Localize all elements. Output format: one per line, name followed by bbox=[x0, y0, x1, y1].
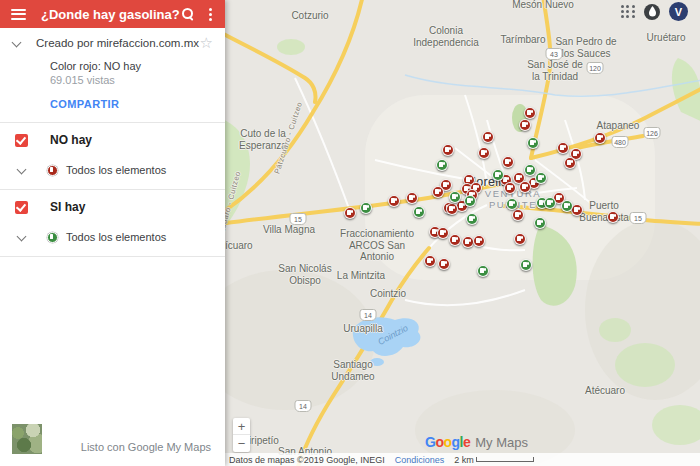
gas-station-marker-si-hay[interactable] bbox=[506, 198, 518, 210]
gas-station-marker-no-hay[interactable] bbox=[519, 181, 531, 193]
gas-station-marker-no-hay[interactable] bbox=[446, 203, 458, 215]
layer-no-hay: NO hay Todos los elementos bbox=[0, 123, 225, 190]
gas-station-marker-si-hay[interactable] bbox=[524, 164, 536, 176]
collapse-layer-icon[interactable] bbox=[15, 163, 29, 177]
panel-footer: Listo con Google My Maps bbox=[0, 414, 225, 466]
gas-station-marker-no-hay[interactable] bbox=[594, 132, 606, 144]
route-shield: 120 bbox=[587, 62, 604, 74]
search-icon[interactable] bbox=[181, 7, 195, 21]
layer-si-hay-checkbox[interactable] bbox=[15, 201, 28, 214]
gas-station-marker-si-hay[interactable] bbox=[534, 217, 546, 229]
layer-no-hay-checkbox[interactable] bbox=[15, 134, 28, 147]
gas-station-marker-no-hay[interactable] bbox=[607, 211, 619, 223]
gas-station-marker-no-hay[interactable] bbox=[478, 147, 490, 159]
gas-station-marker-no-hay[interactable] bbox=[424, 255, 436, 267]
gas-station-marker-si-hay[interactable] bbox=[492, 169, 504, 181]
gas-station-marker-si-hay[interactable] bbox=[477, 265, 489, 277]
side-panel: ¿Donde hay gasolina? Creado por mirefacc… bbox=[0, 0, 225, 466]
color-note: Color rojo: NO hay bbox=[50, 60, 215, 72]
gas-station-marker-si-hay[interactable] bbox=[360, 202, 372, 214]
layer-label: NO hay bbox=[50, 133, 92, 147]
route-shield: 14 bbox=[295, 400, 312, 412]
gas-station-marker-no-hay[interactable] bbox=[504, 182, 516, 194]
drop-icon[interactable] bbox=[644, 4, 660, 20]
gas-station-marker-si-hay[interactable] bbox=[466, 213, 478, 225]
gas-station-marker-si-hay[interactable] bbox=[544, 197, 556, 209]
layer-label: SI hay bbox=[50, 200, 85, 214]
menu-icon[interactable] bbox=[11, 9, 26, 20]
gas-station-marker-si-hay[interactable] bbox=[561, 200, 573, 212]
map-canvas[interactable]: + − Google My Maps Datos de mapas ©2019 … bbox=[225, 0, 700, 466]
scale-bar bbox=[476, 457, 534, 462]
share-button[interactable]: COMPARTIR bbox=[50, 98, 215, 110]
route-shield: 480 bbox=[612, 136, 629, 148]
gas-station-marker-si-hay[interactable] bbox=[464, 195, 476, 207]
made-with-label: Listo con Google My Maps bbox=[81, 441, 211, 453]
scale-label: 2 km bbox=[454, 455, 474, 465]
collapse-info-icon[interactable] bbox=[10, 36, 24, 50]
creator-label: Creado por mirefaccion.com.mx bbox=[36, 37, 200, 49]
map-attribution-bar: Datos de mapas ©2019 Google, INEGI Condi… bbox=[225, 453, 700, 466]
green-marker-legend-icon bbox=[47, 232, 58, 243]
more-options-icon[interactable] bbox=[209, 8, 213, 21]
gas-station-marker-no-hay[interactable] bbox=[344, 207, 356, 219]
layer-si-hay: SI hay Todos los elementos bbox=[0, 190, 225, 257]
map-data-credit: Datos de mapas ©2019 Google, INEGI bbox=[229, 455, 385, 465]
route-shield: 15 bbox=[630, 212, 647, 224]
terms-link[interactable]: Condiciones bbox=[395, 455, 445, 465]
gas-station-marker-si-hay[interactable] bbox=[527, 137, 539, 149]
views-count: 69.015 vistas bbox=[50, 74, 215, 86]
gas-station-marker-si-hay[interactable] bbox=[535, 172, 547, 184]
route-shield: 15 bbox=[290, 213, 307, 225]
gas-station-marker-no-hay[interactable] bbox=[564, 157, 576, 169]
gas-station-marker-no-hay[interactable] bbox=[514, 233, 526, 245]
gas-station-marker-no-hay[interactable] bbox=[512, 209, 524, 221]
gas-station-marker-si-hay[interactable] bbox=[449, 191, 461, 203]
zoom-in-button[interactable]: + bbox=[233, 418, 250, 435]
google-my-maps-watermark: Google My Maps bbox=[425, 434, 528, 450]
map-title: ¿Donde hay gasolina? bbox=[41, 7, 181, 22]
gas-station-marker-no-hay[interactable] bbox=[482, 131, 494, 143]
gas-station-marker-no-hay[interactable] bbox=[438, 258, 450, 270]
gas-station-marker-no-hay[interactable] bbox=[437, 227, 449, 239]
panel-header: ¿Donde hay gasolina? bbox=[0, 0, 225, 28]
basemap-thumbnail[interactable] bbox=[12, 424, 42, 454]
zoom-out-button[interactable]: − bbox=[233, 435, 250, 452]
gas-station-marker-no-hay[interactable] bbox=[432, 186, 444, 198]
star-icon[interactable]: ☆ bbox=[200, 36, 213, 50]
gas-station-marker-no-hay[interactable] bbox=[557, 142, 569, 154]
my-maps-label: My Maps bbox=[475, 435, 528, 450]
route-shield: 14 bbox=[360, 309, 377, 321]
gas-station-marker-no-hay[interactable] bbox=[502, 156, 514, 168]
gas-station-marker-si-hay[interactable] bbox=[520, 259, 532, 271]
gas-station-marker-no-hay[interactable] bbox=[524, 107, 536, 119]
gas-station-marker-no-hay[interactable] bbox=[519, 119, 531, 131]
layer-items-label: Todos los elementos bbox=[66, 164, 166, 176]
gas-station-marker-si-hay[interactable] bbox=[436, 159, 448, 171]
gas-station-marker-no-hay[interactable] bbox=[442, 144, 454, 156]
google-logo: Google bbox=[425, 434, 470, 450]
gas-station-marker-no-hay[interactable] bbox=[473, 235, 485, 247]
route-shield: 126 bbox=[644, 127, 661, 139]
google-apps-icon[interactable] bbox=[621, 5, 635, 19]
map-info-section: Creado por mirefaccion.com.mx ☆ Color ro… bbox=[0, 28, 225, 123]
layer-items-label: Todos los elementos bbox=[66, 231, 166, 243]
gas-station-marker-si-hay[interactable] bbox=[413, 206, 425, 218]
map-base-art bbox=[225, 0, 700, 466]
gas-station-marker-no-hay[interactable] bbox=[449, 234, 461, 246]
route-shield: 43 bbox=[546, 48, 563, 60]
gas-station-marker-no-hay[interactable] bbox=[406, 192, 418, 204]
collapse-layer-icon[interactable] bbox=[15, 230, 29, 244]
gas-station-marker-no-hay[interactable] bbox=[388, 195, 400, 207]
droplet-glyph bbox=[648, 6, 657, 17]
red-marker-legend-icon bbox=[47, 165, 58, 176]
map-zoom-control: + − bbox=[233, 418, 250, 452]
account-avatar[interactable]: V bbox=[669, 2, 688, 21]
